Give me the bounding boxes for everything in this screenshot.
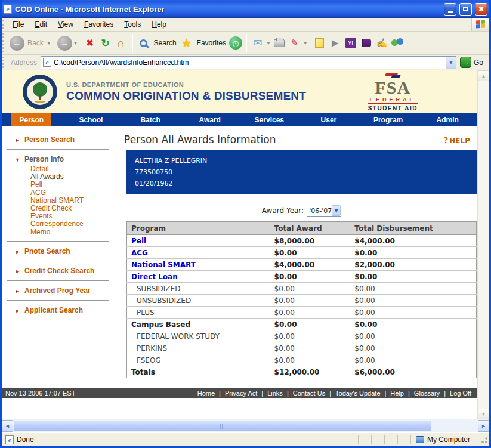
sidebar-item-person-info[interactable]: ▼ Person Info: [2, 153, 118, 165]
program-link[interactable]: Direct Loan: [127, 271, 270, 283]
page-title: Person All Awards Information: [124, 134, 276, 146]
menu-edit[interactable]: Edit: [29, 18, 53, 30]
tab-batch[interactable]: Batch: [121, 113, 180, 126]
footer-link-home[interactable]: Home: [197, 390, 215, 397]
select-dropdown-icon[interactable]: ▼: [332, 205, 341, 216]
main-content: Person All Awards Information ? HELP ALE…: [118, 126, 477, 388]
footer-link-log-off[interactable]: Log Off: [450, 390, 471, 397]
scroll-right-button[interactable]: ►: [478, 420, 489, 432]
history-button[interactable]: ◷: [229, 36, 242, 50]
horizontal-scroll-thumb[interactable]: [14, 421, 431, 431]
footer-link-help[interactable]: Help: [390, 390, 404, 397]
sidebar-item-applicant-search[interactable]: ► Applicant Search: [2, 304, 118, 316]
mail-button[interactable]: ✉: [251, 36, 265, 50]
favorites-label: Favorites: [195, 39, 228, 47]
program-link[interactable]: Pell: [127, 235, 270, 247]
program-link[interactable]: ACG: [127, 247, 270, 259]
title-bar[interactable]: e COD Online - Microsoft Internet Explor…: [0, 0, 491, 18]
go-icon: →: [460, 57, 471, 68]
scroll-left-button[interactable]: ◄: [2, 420, 13, 432]
tab-services[interactable]: Services: [240, 113, 299, 126]
footer-link-privacy-act[interactable]: Privacy Act: [225, 390, 257, 397]
back-button[interactable]: ←: [10, 36, 24, 51]
menu-view[interactable]: View: [53, 18, 79, 30]
tab-user[interactable]: User: [299, 113, 359, 126]
mail-dropdown-icon[interactable]: ▼: [266, 41, 271, 46]
close-button[interactable]: ✖: [475, 3, 487, 16]
vertical-scrollbar[interactable]: ▲ ▼: [477, 70, 489, 419]
award-year-select[interactable]: '06-'07 ▼: [307, 205, 341, 217]
forward-button[interactable]: →: [57, 36, 72, 51]
sidebar-item-pnote-search[interactable]: ► Pnote Search: [2, 245, 118, 257]
table-row: PERKINS $0.00 $0.00: [127, 342, 477, 354]
sidebar-subitem-acg[interactable]: ACG: [30, 189, 118, 197]
footer-link-glossary[interactable]: Glossary: [414, 390, 440, 397]
sidebar-subitem-pell[interactable]: Pell: [30, 181, 118, 189]
back-dropdown-icon[interactable]: ▼: [47, 41, 51, 46]
yahoo-button[interactable]: Y!: [344, 36, 358, 50]
menu-file[interactable]: File: [7, 18, 29, 30]
scroll-down-button[interactable]: ▼: [478, 409, 489, 419]
minimize-button[interactable]: [444, 3, 456, 16]
chevron-right-icon: ►: [15, 249, 24, 255]
research-button[interactable]: [359, 36, 373, 50]
resize-grip[interactable]: [480, 435, 488, 444]
tab-admin[interactable]: Admin: [418, 113, 477, 126]
sidebar-subitem-all-awards[interactable]: All Awards: [30, 173, 118, 181]
sidebar-subitem-memo[interactable]: Memo: [30, 228, 118, 236]
toolbar-grip[interactable]: [2, 57, 7, 68]
search-button[interactable]: [137, 36, 151, 50]
statusbar-pane: [371, 435, 384, 444]
favorites-button[interactable]: ★: [180, 36, 194, 50]
forward-dropdown-icon[interactable]: ▼: [73, 41, 78, 46]
person-id-link[interactable]: 773500750: [135, 168, 172, 176]
edit-icon: ✎: [291, 38, 299, 48]
edit-button[interactable]: ✎: [288, 36, 302, 50]
menu-help[interactable]: Help: [146, 18, 172, 30]
vertical-scroll-track[interactable]: [478, 81, 489, 409]
sidebar-subitem-correspondence[interactable]: Correspondence: [30, 220, 118, 228]
menu-tools[interactable]: Tools: [119, 18, 146, 30]
messenger-button[interactable]: ▶: [328, 36, 342, 50]
go-button[interactable]: → Go: [456, 57, 487, 68]
msn-button[interactable]: [390, 36, 404, 50]
aim-button[interactable]: ✍: [375, 36, 389, 50]
refresh-button[interactable]: ↻: [98, 36, 113, 50]
program-label: FEDERAL WORK STUDY: [127, 330, 270, 342]
toolbar-grip[interactable]: [2, 20, 7, 29]
totals-award-cell: $12,000.00: [270, 366, 350, 378]
mail-icon: ✉: [253, 36, 262, 50]
edit-dropdown-icon[interactable]: ▼: [303, 41, 308, 46]
address-input[interactable]: e C:\cod\PersonAllAwardsInfoEnhanced.htm…: [41, 56, 456, 69]
footer-link-contact-us[interactable]: Contact Us: [293, 390, 325, 397]
address-dropdown-button[interactable]: ▼: [446, 57, 456, 69]
maximize-button[interactable]: [459, 3, 472, 16]
chevron-down-icon: ▼: [449, 60, 454, 66]
tab-award[interactable]: Award: [180, 113, 240, 126]
home-button[interactable]: ⌂: [114, 36, 128, 50]
tab-school[interactable]: School: [61, 113, 121, 126]
tab-program[interactable]: Program: [359, 113, 418, 126]
fsa-cap-icon: [368, 73, 418, 80]
help-link[interactable]: ? HELP: [444, 135, 470, 146]
tab-person[interactable]: Person: [2, 113, 61, 126]
total-disbursement-cell: $0.00: [350, 283, 477, 295]
chevron-down-icon: ▼: [15, 157, 24, 163]
program-link[interactable]: National SMART: [127, 259, 270, 271]
menu-favorites[interactable]: Favorites: [79, 18, 119, 30]
toolbar-grip[interactable]: [2, 33, 7, 52]
address-label: Address: [7, 58, 41, 67]
sidebar-item-credit-check-search[interactable]: ► Credit Check Search: [2, 265, 118, 277]
horizontal-scrollbar[interactable]: ◄ ►: [2, 419, 489, 432]
footer-link-links[interactable]: Links: [267, 390, 283, 397]
discuss-button[interactable]: [313, 36, 327, 50]
table-row: National SMART $4,000.00 $2,000.00: [127, 259, 477, 271]
scroll-right-icon: ►: [481, 423, 486, 429]
footer-link-todays-update[interactable]: Today's Update: [335, 390, 380, 397]
stop-button[interactable]: ✖: [83, 36, 97, 50]
security-zone: My Computer: [410, 435, 478, 444]
sidebar-item-person-search[interactable]: ► Person Search: [2, 134, 118, 146]
sidebar-item-archived-prog-year[interactable]: ► Archived Prog Year: [2, 285, 118, 296]
scroll-up-button[interactable]: ▲: [478, 70, 489, 81]
print-button[interactable]: [272, 36, 286, 50]
